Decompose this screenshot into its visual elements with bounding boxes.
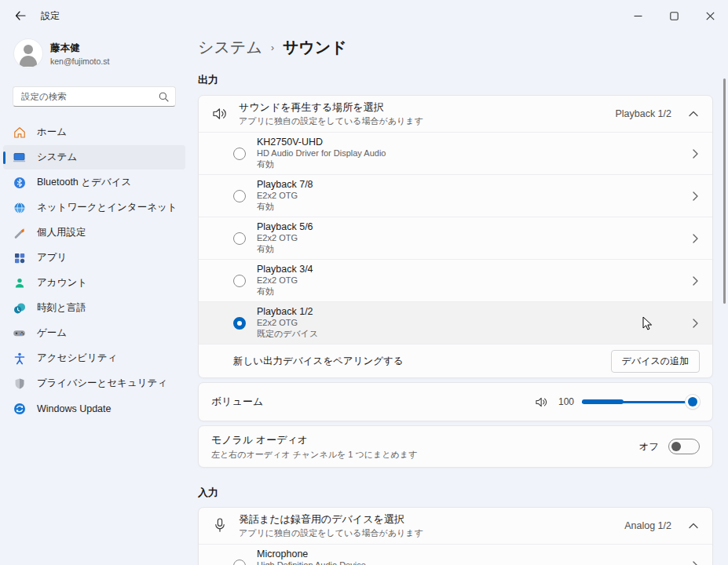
minimize-icon	[634, 12, 642, 20]
home-icon	[13, 126, 26, 139]
radio-unselected[interactable]	[233, 560, 246, 565]
chevron-right-icon	[693, 319, 698, 328]
close-button[interactable]	[692, 0, 728, 31]
sidebar-item-personalization[interactable]: 個人用設定	[3, 221, 185, 245]
sidebar-item-label: 個人用設定	[37, 226, 86, 239]
sidebar-item-label: プライバシーとセキュリティ	[37, 377, 167, 390]
device-description: E2x2 OTG	[257, 318, 693, 327]
volume-label: ボリューム	[211, 395, 263, 409]
sidebar-item-windows-update[interactable]: Windows Update	[3, 396, 185, 421]
back-button[interactable]	[5, 3, 36, 28]
search-input[interactable]: 設定の検索	[13, 86, 176, 107]
breadcrumb-parent[interactable]: システム	[198, 37, 262, 58]
sidebar-item-label: ホーム	[37, 126, 67, 139]
maximize-button[interactable]	[656, 0, 692, 31]
output-selected-value: Playback 1/2	[615, 108, 671, 119]
sidebar-item-network[interactable]: ネットワークとインターネット	[3, 195, 185, 220]
breadcrumb: システム › サウンド	[198, 37, 713, 58]
sidebar-item-time-language[interactable]: 時刻と言語	[3, 296, 185, 320]
chevron-right-icon	[693, 191, 698, 201]
output-device-row-playback-34[interactable]: Playback 3/4 E2x2 OTG 有効	[199, 259, 712, 301]
input-device-row-microphone[interactable]: Microphone High Definition Audio Device …	[199, 544, 712, 565]
input-section-heading: 入力	[198, 486, 713, 500]
input-selector-subtitle: アプリに独自の設定をしている場合があります	[239, 527, 624, 539]
avatar	[14, 39, 42, 67]
titlebar: 設定	[0, 0, 728, 31]
sidebar-item-system[interactable]: システム	[3, 145, 185, 170]
output-device-row-playback-56[interactable]: Playback 5/6 E2x2 OTG 有効	[199, 217, 712, 259]
breadcrumb-separator-icon: ›	[271, 42, 274, 53]
sidebar-item-label: アカウント	[37, 276, 87, 290]
user-profile[interactable]: 藤本健 ken@fujimoto.st	[14, 39, 188, 67]
add-device-button[interactable]: デバイスの追加	[611, 350, 700, 373]
mono-audio-state-label: オフ	[638, 440, 659, 454]
pairing-label: 新しい出力デバイスをペアリングする	[233, 355, 611, 368]
volume-row: ボリューム 100	[199, 383, 712, 421]
output-expander-header[interactable]: サウンドを再生する場所を選択 アプリに独自の設定をしている場合があります Pla…	[199, 96, 712, 132]
sidebar-item-label: システム	[37, 151, 77, 164]
toggle-knob	[671, 442, 681, 451]
volume-value: 100	[557, 396, 574, 407]
system-icon	[13, 151, 26, 164]
microphone-icon	[211, 518, 229, 534]
sidebar-item-apps[interactable]: アプリ	[3, 246, 185, 270]
device-name: Microphone	[257, 549, 693, 560]
sidebar-item-bluetooth[interactable]: Bluetooth とデバイス	[3, 170, 185, 195]
sidebar-item-accounts[interactable]: アカウント	[3, 271, 185, 295]
mono-audio-card: モノラル オーディオ 左と右のオーディオ チャンネルを 1 つにまとめます オフ	[198, 425, 713, 468]
windows-update-icon	[13, 402, 26, 415]
device-name: Playback 5/6	[257, 221, 693, 232]
device-description: High Definition Audio Device	[257, 560, 693, 565]
sidebar-item-gaming[interactable]: ゲーム	[3, 321, 185, 345]
network-icon	[13, 201, 26, 214]
input-device-card: 発話または録音用のデバイスを選択 アプリに独自の設定をしている場合があります A…	[198, 507, 713, 565]
user-email: ken@fujimoto.st	[50, 56, 109, 66]
slider-peak-meter	[582, 399, 624, 404]
accessibility-icon	[13, 352, 26, 365]
input-expander-header[interactable]: 発話または録音用のデバイスを選択 アプリに独自の設定をしている場合があります A…	[199, 508, 712, 544]
gaming-icon	[13, 326, 26, 340]
chevron-right-icon	[693, 561, 698, 565]
device-status: 有効	[257, 159, 693, 170]
volume-slider[interactable]	[582, 394, 700, 410]
minimize-button[interactable]	[620, 0, 656, 31]
radio-unselected[interactable]	[233, 232, 246, 245]
chevron-up-icon[interactable]	[689, 111, 698, 117]
sidebar-item-label: アプリ	[37, 251, 67, 264]
maximize-icon	[670, 12, 679, 20]
input-selected-value: Analog 1/2	[624, 520, 671, 531]
radio-unselected[interactable]	[233, 148, 246, 160]
settings-window: 設定 藤本健 ken@fujimoto.st 設定の検索	[0, 0, 728, 565]
chevron-right-icon	[693, 234, 698, 243]
device-name: Playback 3/4	[257, 264, 693, 275]
sidebar-item-privacy[interactable]: プライバシーとセキュリティ	[3, 371, 185, 396]
output-device-card: サウンドを再生する場所を選択 アプリに独自の設定をしている場合があります Pla…	[198, 95, 713, 378]
device-status: 有効	[257, 201, 693, 213]
radio-unselected[interactable]	[233, 190, 246, 202]
mono-audio-toggle[interactable]	[668, 439, 700, 454]
pairing-row: 新しい出力デバイスをペアリングする デバイスの追加	[199, 344, 712, 377]
scrollbar-thumb[interactable]	[723, 78, 726, 304]
output-device-row-kh2750v[interactable]: KH2750V-UHD HD Audio Driver for Display …	[199, 132, 712, 174]
sidebar-item-label: アクセシビリティ	[37, 352, 117, 365]
sidebar: 藤本健 ken@fujimoto.st 設定の検索 ホーム システム	[0, 31, 188, 565]
speaker-icon	[211, 107, 229, 121]
output-section-heading: 出力	[198, 73, 713, 87]
output-device-row-playback-78[interactable]: Playback 7/8 E2x2 OTG 有効	[199, 174, 712, 217]
user-name: 藤本健	[50, 42, 109, 55]
chevron-right-icon	[693, 276, 698, 286]
sidebar-item-home[interactable]: ホーム	[3, 120, 185, 144]
device-status: 有効	[257, 243, 693, 255]
radio-selected[interactable]	[233, 317, 246, 330]
volume-speaker-icon[interactable]	[535, 396, 549, 408]
output-device-row-playback-12[interactable]: Playback 1/2 E2x2 OTG 既定のデバイス	[199, 301, 712, 344]
input-selector-title: 発話または録音用のデバイスを選択	[239, 512, 624, 527]
device-status: 既定のデバイス	[257, 328, 693, 340]
sidebar-item-accessibility[interactable]: アクセシビリティ	[3, 346, 185, 370]
chevron-up-icon[interactable]	[689, 523, 698, 529]
bluetooth-icon	[13, 176, 26, 189]
app-title: 設定	[41, 9, 60, 23]
radio-unselected[interactable]	[233, 275, 246, 287]
privacy-icon	[13, 377, 26, 390]
slider-thumb[interactable]	[686, 395, 700, 409]
